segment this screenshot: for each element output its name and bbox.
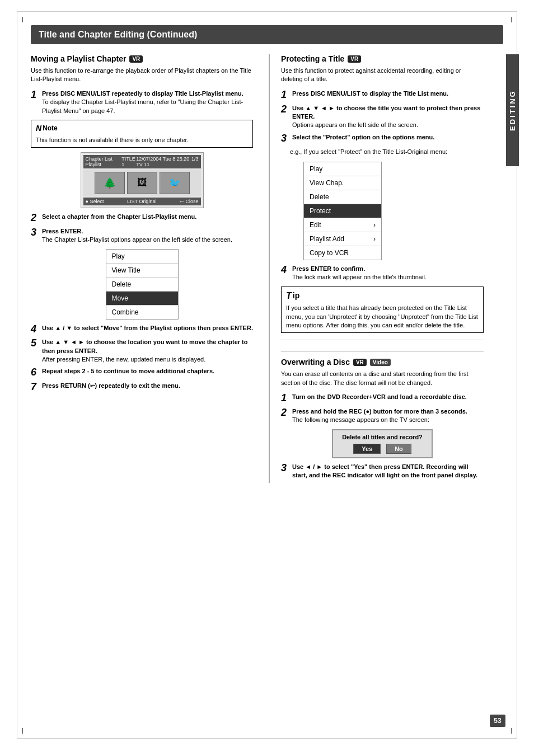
note-text: This function is not available if there … [36, 137, 189, 143]
step-6-num: 6 [31, 367, 40, 378]
right-column: EDITING Protecting a Title VR Use this f… [269, 54, 503, 483]
step-2-num: 2 [31, 213, 40, 224]
footer-list: LIST Original [127, 199, 156, 204]
corner-mark-tl: | [22, 16, 24, 22]
chapter-list-header: Chapter List Playlist TITLE 1 12/07/2004… [83, 155, 201, 168]
page-container: Title and Chapter Editing (Continued) Mo… [31, 25, 503, 483]
step-2-content: Select a chapter from the Chapter List-P… [42, 213, 253, 221]
dialog-no-button[interactable]: No [386, 444, 411, 454]
right-step-2-bold: Use ▲ ▼ ◄ ► to choose the title you want… [292, 105, 480, 120]
step-3-normal: The Chapter List-Playlist options appear… [42, 236, 232, 243]
protecting-badge: VR [348, 55, 361, 63]
step-4-num: 4 [31, 324, 40, 335]
overwrite-title: Overwriting a Disc [281, 358, 350, 367]
step-1-normal: To display the Chapter List-Playlist men… [42, 98, 243, 114]
right-step-1-num: 1 [281, 90, 290, 101]
overwrite-desc: You can erase all contents on a disc and… [281, 370, 484, 387]
step-3-bold: Press ENTER. [42, 228, 83, 234]
right-step-2-content: Use ▲ ▼ ◄ ► to choose the title you want… [292, 104, 484, 130]
menu-item-view-title: View Title [106, 264, 178, 278]
note-icon: N [36, 123, 41, 134]
protect-menu-protect: Protect [304, 204, 381, 218]
right-step-3-content: Select the "Protect" option on the optio… [292, 133, 484, 142]
tip-title: T ip [286, 290, 479, 302]
note-label: Note [43, 124, 58, 133]
thumb-1: 🌲 [95, 172, 125, 194]
protect-delete-label: Delete [310, 193, 329, 201]
menu-item-play: Play [106, 250, 178, 264]
right-step-1: 1 Press DISC MENU/LIST to display the Ti… [281, 90, 484, 101]
right-step-3: 3 Select the "Protect" option on the opt… [281, 133, 484, 144]
moving-playlist-section-title: Moving a Playlist Chapter VR [31, 54, 253, 63]
overwrite-step-1-bold: Turn on the DVD Recorder+VCR and load a … [292, 393, 467, 400]
menu-item-move: Move [106, 292, 178, 306]
right-step-1-content: Press DISC MENU/LIST to display the Titl… [292, 90, 484, 98]
editing-sidebar-label: EDITING [506, 54, 519, 166]
overwrite-step-3-content: Use ◄ / ► to select "Yes" then press ENT… [292, 463, 484, 480]
step-7-content: Press RETURN (⤺) repeatedly to exit the … [42, 382, 253, 390]
thumb-3: 🐦 [160, 172, 190, 194]
page-title: Title and Chapter Editing (Continued) [39, 30, 197, 39]
menu-view-title-label: View Title [112, 266, 140, 274]
overwrite-step-1-content: Turn on the DVD Recorder+VCR and load a … [292, 393, 484, 401]
corner-mark-tr: | [510, 16, 512, 22]
menu-combine-label: Combine [112, 308, 139, 316]
overwrite-section: Overwriting a Disc VR Video You can eras… [281, 351, 484, 480]
right-step-2-num: 2 [281, 104, 290, 115]
step-2: 2 Select a chapter from the Chapter List… [31, 213, 253, 224]
page-number: 53 [490, 715, 505, 727]
menu-delete-label: Delete [112, 280, 132, 288]
protect-play-label: Play [310, 165, 322, 173]
delete-dialog-title: Delete all titles and record? [339, 434, 426, 440]
protect-menu-delete: Delete [304, 190, 381, 204]
step-2-bold: Select a chapter from the Chapter List-P… [42, 213, 196, 220]
step-6-content: Repeat steps 2 - 5 to continue to move a… [42, 367, 253, 375]
right-step-3-num: 3 [281, 133, 290, 144]
overwrite-step-2: 2 Press and hold the REC (●) button for … [281, 407, 484, 425]
menu-move-label: Move [112, 294, 128, 302]
step-3-num: 3 [31, 227, 40, 238]
tip-box: T ip If you select a title that has alre… [281, 287, 484, 334]
footer-close: ⤺ Close [180, 199, 199, 204]
chapter-list-thumbs: 🌲 🖼 🐦 [83, 170, 201, 196]
step-7-num: 7 [31, 382, 40, 393]
right-step-4: 4 Press ENTER to confirm. The lock mark … [281, 265, 484, 282]
overwrite-step-3: 3 Use ◄ / ► to select "Yes" then press E… [281, 463, 484, 480]
two-col-layout: Moving a Playlist Chapter VR Use this fu… [31, 54, 503, 483]
step-7: 7 Press RETURN (⤺) repeatedly to exit th… [31, 382, 253, 393]
tip-label: ip [293, 290, 299, 302]
menu-item-delete: Delete [106, 278, 178, 292]
step-5-bold: Use ▲ ▼ ◄ ► to choose the location you w… [42, 339, 247, 354]
moving-playlist-title: Moving a Playlist Chapter [31, 54, 126, 63]
protect-options-menu: Play View Chap. Delete Protect Edit› Pla… [303, 162, 382, 260]
thumb-2: 🖼 [127, 172, 157, 194]
protect-menu-copy-vcr: Copy to VCR [304, 246, 381, 260]
overwrite-step-2-normal: The following message appears on the TV … [292, 416, 429, 423]
tip-text: If you select a title that has already b… [286, 304, 478, 328]
moving-playlist-badge: VR [129, 55, 143, 63]
step-1-bold: Press DISC MENU/LIST repeatedly to displ… [42, 90, 243, 97]
right-step-4-num: 4 [281, 265, 290, 276]
protect-copy-vcr-label: Copy to VCR [310, 249, 349, 257]
step-5-normal: After pressing ENTER, the new, updated m… [42, 356, 205, 363]
right-step-1-bold: Press DISC MENU/LIST to display the Titl… [292, 90, 448, 97]
right-step-3-bold: Select the "Protect" option on the optio… [292, 134, 434, 140]
note-title: N Note [36, 123, 248, 134]
protect-view-chap-label: View Chap. [310, 179, 344, 187]
dialog-yes-button[interactable]: Yes [353, 444, 381, 454]
playlist-add-arrow-icon: › [373, 235, 376, 243]
right-step-2-normal: Options appears on the left side of the … [292, 121, 418, 128]
edit-arrow-icon: › [373, 221, 376, 229]
chapter-list-header-page: 1/3 [191, 156, 199, 167]
tip-icon: T [286, 290, 292, 302]
chapter-list-footer: ● Select LIST Original ⤺ Close [83, 198, 201, 205]
menu-play-label: Play [112, 252, 125, 260]
step-5-num: 5 [31, 338, 40, 349]
protect-menu-playlist-add: Playlist Add› [304, 232, 381, 246]
protect-menu-play: Play [304, 162, 381, 176]
chapter-list-header-left: Chapter List Playlist [86, 156, 122, 167]
dialog-buttons: Yes No [339, 444, 426, 454]
protecting-title-section-title: Protecting a Title VR [281, 54, 484, 63]
note-box: N Note This function is not available if… [31, 120, 253, 148]
step-1-content: Press DISC MENU/LIST repeatedly to displ… [42, 90, 253, 115]
